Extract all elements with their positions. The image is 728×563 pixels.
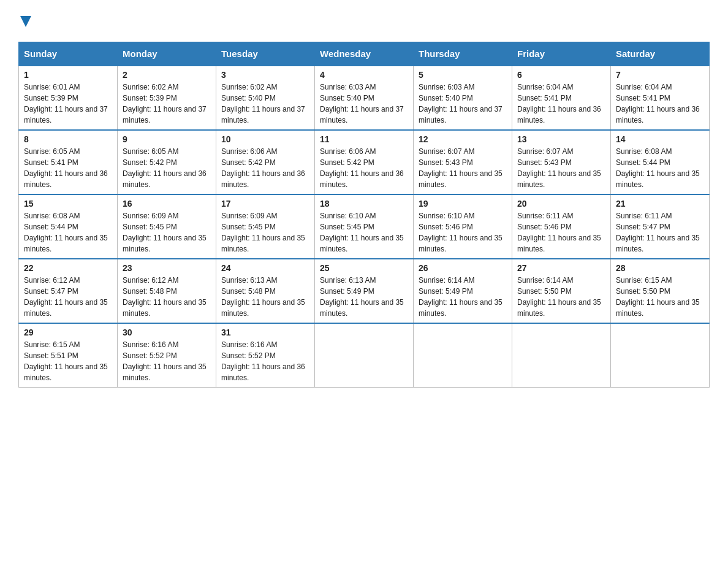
day-number: 12: [419, 134, 507, 144]
calendar-cell: 14 Sunrise: 6:08 AM Sunset: 5:44 PM Dayl…: [611, 130, 710, 194]
calendar-cell: 15 Sunrise: 6:08 AM Sunset: 5:44 PM Dayl…: [19, 194, 118, 259]
header-saturday: Saturday: [611, 42, 710, 66]
day-info: Sunrise: 6:07 AM Sunset: 5:43 PM Dayligh…: [517, 146, 605, 190]
day-number: 14: [616, 134, 704, 144]
day-number: 27: [517, 263, 605, 273]
day-info: Sunrise: 6:03 AM Sunset: 5:40 PM Dayligh…: [320, 82, 408, 126]
day-number: 16: [123, 199, 211, 209]
calendar-cell: 16 Sunrise: 6:09 AM Sunset: 5:45 PM Dayl…: [118, 194, 216, 259]
calendar-cell: 26 Sunrise: 6:14 AM Sunset: 5:49 PM Dayl…: [414, 259, 512, 323]
day-number: 6: [517, 70, 605, 80]
day-info: Sunrise: 6:14 AM Sunset: 5:50 PM Dayligh…: [517, 275, 605, 319]
calendar-cell: 12 Sunrise: 6:07 AM Sunset: 5:43 PM Dayl…: [414, 130, 512, 194]
week-row-4: 22 Sunrise: 6:12 AM Sunset: 5:47 PM Dayl…: [19, 259, 710, 323]
calendar-cell: 2 Sunrise: 6:02 AM Sunset: 5:39 PM Dayli…: [118, 66, 216, 130]
day-info: Sunrise: 6:10 AM Sunset: 5:46 PM Dayligh…: [419, 210, 507, 255]
calendar-cell: 23 Sunrise: 6:12 AM Sunset: 5:48 PM Dayl…: [118, 259, 216, 323]
day-number: 23: [123, 263, 211, 273]
calendar-cell: 10 Sunrise: 6:06 AM Sunset: 5:42 PM Dayl…: [216, 130, 315, 194]
logo-arrow-icon: [20, 16, 31, 27]
calendar-cell: 8 Sunrise: 6:05 AM Sunset: 5:41 PM Dayli…: [19, 130, 118, 194]
day-number: 19: [419, 199, 507, 209]
day-info: Sunrise: 6:04 AM Sunset: 5:41 PM Dayligh…: [616, 82, 704, 126]
day-number: 28: [616, 263, 704, 273]
day-number: 13: [517, 134, 605, 144]
header-friday: Friday: [512, 42, 611, 66]
calendar-cell: 20 Sunrise: 6:11 AM Sunset: 5:46 PM Dayl…: [512, 194, 611, 259]
logo: [18, 12, 31, 29]
day-info: Sunrise: 6:11 AM Sunset: 5:47 PM Dayligh…: [616, 210, 704, 255]
day-number: 26: [419, 263, 507, 273]
day-number: 1: [24, 70, 112, 80]
week-row-5: 29 Sunrise: 6:15 AM Sunset: 5:51 PM Dayl…: [19, 323, 710, 388]
calendar-cell: 7 Sunrise: 6:04 AM Sunset: 5:41 PM Dayli…: [611, 66, 710, 130]
day-number: 17: [221, 199, 309, 209]
day-number: 21: [616, 199, 704, 209]
calendar-cell: 27 Sunrise: 6:14 AM Sunset: 5:50 PM Dayl…: [512, 259, 611, 323]
day-number: 29: [24, 327, 112, 337]
calendar-cell: [512, 323, 611, 388]
calendar-header-row: SundayMondayTuesdayWednesdayThursdayFrid…: [19, 42, 710, 66]
day-info: Sunrise: 6:08 AM Sunset: 5:44 PM Dayligh…: [616, 146, 704, 190]
calendar-cell: 19 Sunrise: 6:10 AM Sunset: 5:46 PM Dayl…: [414, 194, 512, 259]
week-row-2: 8 Sunrise: 6:05 AM Sunset: 5:41 PM Dayli…: [19, 130, 710, 194]
day-number: 24: [221, 263, 309, 273]
calendar-cell: [611, 323, 710, 388]
day-number: 18: [320, 199, 408, 209]
day-number: 30: [123, 327, 211, 337]
day-info: Sunrise: 6:11 AM Sunset: 5:46 PM Dayligh…: [517, 210, 605, 255]
calendar-cell: 17 Sunrise: 6:09 AM Sunset: 5:45 PM Dayl…: [216, 194, 315, 259]
calendar-cell: 24 Sunrise: 6:13 AM Sunset: 5:48 PM Dayl…: [216, 259, 315, 323]
day-number: 15: [24, 199, 112, 209]
day-info: Sunrise: 6:14 AM Sunset: 5:49 PM Dayligh…: [419, 275, 507, 319]
day-number: 25: [320, 263, 408, 273]
day-info: Sunrise: 6:13 AM Sunset: 5:49 PM Dayligh…: [320, 275, 408, 319]
day-info: Sunrise: 6:13 AM Sunset: 5:48 PM Dayligh…: [221, 275, 309, 319]
header-thursday: Thursday: [414, 42, 512, 66]
calendar-table: SundayMondayTuesdayWednesdayThursdayFrid…: [18, 42, 710, 388]
day-number: 8: [24, 134, 112, 144]
day-number: 3: [221, 70, 309, 80]
calendar-cell: 18 Sunrise: 6:10 AM Sunset: 5:45 PM Dayl…: [315, 194, 414, 259]
calendar-cell: 1 Sunrise: 6:01 AM Sunset: 5:39 PM Dayli…: [19, 66, 118, 130]
calendar-cell: 11 Sunrise: 6:06 AM Sunset: 5:42 PM Dayl…: [315, 130, 414, 194]
header-monday: Monday: [118, 42, 216, 66]
calendar-cell: 3 Sunrise: 6:02 AM Sunset: 5:40 PM Dayli…: [216, 66, 315, 130]
day-info: Sunrise: 6:01 AM Sunset: 5:39 PM Dayligh…: [24, 82, 112, 126]
day-info: Sunrise: 6:08 AM Sunset: 5:44 PM Dayligh…: [24, 210, 112, 255]
calendar-cell: 5 Sunrise: 6:03 AM Sunset: 5:40 PM Dayli…: [414, 66, 512, 130]
calendar-cell: 29 Sunrise: 6:15 AM Sunset: 5:51 PM Dayl…: [19, 323, 118, 388]
day-info: Sunrise: 6:02 AM Sunset: 5:40 PM Dayligh…: [221, 82, 309, 126]
day-number: 7: [616, 70, 704, 80]
day-info: Sunrise: 6:15 AM Sunset: 5:50 PM Dayligh…: [616, 275, 704, 319]
day-info: Sunrise: 6:02 AM Sunset: 5:39 PM Dayligh…: [123, 82, 211, 126]
day-number: 5: [419, 70, 507, 80]
day-info: Sunrise: 6:07 AM Sunset: 5:43 PM Dayligh…: [419, 146, 507, 190]
header-wednesday: Wednesday: [315, 42, 414, 66]
day-number: 31: [221, 327, 309, 337]
day-info: Sunrise: 6:09 AM Sunset: 5:45 PM Dayligh…: [123, 210, 211, 255]
day-number: 10: [221, 134, 309, 144]
calendar-cell: 9 Sunrise: 6:05 AM Sunset: 5:42 PM Dayli…: [118, 130, 216, 194]
calendar-cell: 28 Sunrise: 6:15 AM Sunset: 5:50 PM Dayl…: [611, 259, 710, 323]
calendar-cell: 4 Sunrise: 6:03 AM Sunset: 5:40 PM Dayli…: [315, 66, 414, 130]
week-row-3: 15 Sunrise: 6:08 AM Sunset: 5:44 PM Dayl…: [19, 194, 710, 259]
day-number: 2: [123, 70, 211, 80]
svg-marker-0: [20, 16, 31, 27]
day-number: 9: [123, 134, 211, 144]
day-number: 22: [24, 263, 112, 273]
page-header: [18, 12, 710, 29]
calendar-cell: 25 Sunrise: 6:13 AM Sunset: 5:49 PM Dayl…: [315, 259, 414, 323]
header-tuesday: Tuesday: [216, 42, 315, 66]
calendar-cell: 21 Sunrise: 6:11 AM Sunset: 5:47 PM Dayl…: [611, 194, 710, 259]
day-info: Sunrise: 6:05 AM Sunset: 5:42 PM Dayligh…: [123, 146, 211, 190]
day-info: Sunrise: 6:16 AM Sunset: 5:52 PM Dayligh…: [221, 339, 309, 383]
day-info: Sunrise: 6:03 AM Sunset: 5:40 PM Dayligh…: [419, 82, 507, 126]
day-info: Sunrise: 6:04 AM Sunset: 5:41 PM Dayligh…: [517, 82, 605, 126]
day-info: Sunrise: 6:12 AM Sunset: 5:47 PM Dayligh…: [24, 275, 112, 319]
calendar-cell: 31 Sunrise: 6:16 AM Sunset: 5:52 PM Dayl…: [216, 323, 315, 388]
day-number: 4: [320, 70, 408, 80]
day-info: Sunrise: 6:06 AM Sunset: 5:42 PM Dayligh…: [221, 146, 309, 190]
day-info: Sunrise: 6:12 AM Sunset: 5:48 PM Dayligh…: [123, 275, 211, 319]
week-row-1: 1 Sunrise: 6:01 AM Sunset: 5:39 PM Dayli…: [19, 66, 710, 130]
